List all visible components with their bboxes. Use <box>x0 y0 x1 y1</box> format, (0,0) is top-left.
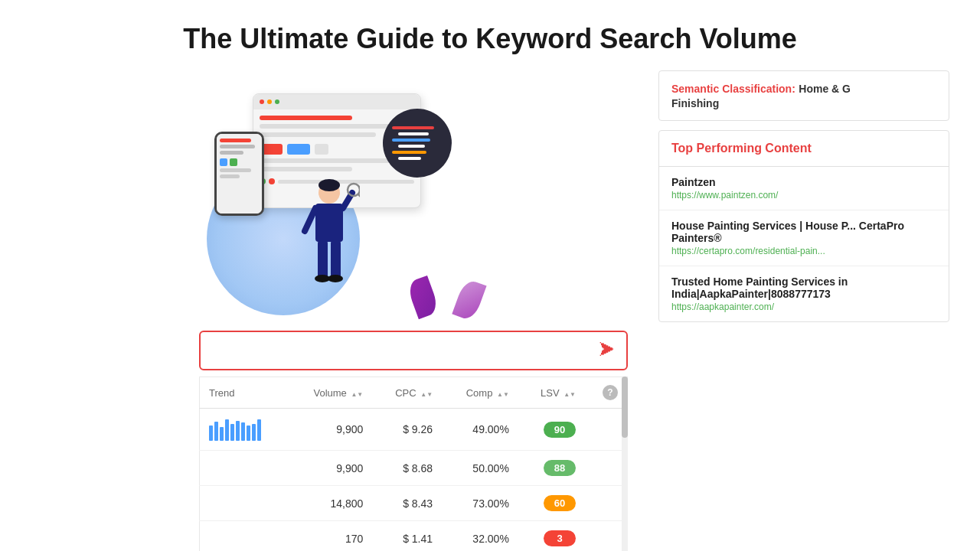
phone-screen <box>217 134 262 214</box>
phone-mockup <box>214 132 264 216</box>
content-item: Trusted Home Painting Services in India|… <box>659 266 949 321</box>
browser-line-5 <box>260 167 352 171</box>
phone-line-1 <box>220 139 251 142</box>
content-item: House Painting Services | House P... Cer… <box>659 210 949 266</box>
trend-bar <box>257 419 261 441</box>
comp-cell: 50.00% <box>442 451 518 486</box>
trend-cell <box>200 409 288 451</box>
browser-dot-green <box>275 99 279 104</box>
leaves-decoration <box>418 277 467 315</box>
cpc-sort-icon: ▲▼ <box>420 392 433 398</box>
phone-line-4 <box>220 168 251 172</box>
lsv-badge: 88 <box>544 460 576 476</box>
comp-sort-icon: ▲▼ <box>497 392 509 398</box>
trend-bar <box>220 427 224 441</box>
col-header-trend: Trend <box>200 377 288 409</box>
trend-cell <box>200 451 288 486</box>
leaf-1 <box>406 276 440 319</box>
svg-point-10 <box>328 275 343 282</box>
trend-bar <box>247 425 250 441</box>
top-content-title: Top Performing Content <box>671 142 812 155</box>
lsv-cell: 3 <box>518 521 585 552</box>
trend-bar <box>230 424 234 441</box>
semantic-sub: Finishing <box>671 97 936 109</box>
lsv-cell: 88 <box>518 451 585 486</box>
browser-line-3 <box>260 132 376 137</box>
illustration <box>199 70 475 331</box>
table-row: 9,900$ 8.6850.00%88 <box>200 451 628 486</box>
table-wrapper: Trend Volume ▲▼ CPC ▲▼ Comp ▲▼ LSV ▲▼ ? … <box>199 377 628 551</box>
comp-cell: 32.00% <box>442 521 518 552</box>
svg-rect-7 <box>318 240 328 279</box>
lsv-sort-icon: ▲▼ <box>564 392 576 398</box>
cpc-cell: $ 8.68 <box>372 451 442 486</box>
trend-bar <box>236 421 240 441</box>
volume-cell: 9,900 <box>288 409 373 451</box>
svg-line-3 <box>305 208 315 231</box>
svg-rect-2 <box>315 204 343 242</box>
person-figure <box>299 178 360 300</box>
content-items-container: Paintzenhttps://www.paintzen.com/House P… <box>659 167 949 321</box>
content-item-title: Trusted Home Painting Services in India|… <box>671 276 936 300</box>
page-title: The Ultimate Guide to Keyword Search Vol… <box>183 0 797 70</box>
col-header-lsv[interactable]: LSV ▲▼ <box>518 377 585 409</box>
col-header-volume[interactable]: Volume ▲▼ <box>288 377 373 409</box>
search-arrow-icon: ⮞ <box>599 341 616 360</box>
help-icon[interactable]: ? <box>603 385 618 400</box>
keyword-table-area: ⮞ Trend Volume ▲▼ CPC ▲▼ Comp ▲▼ LSV ▲▼ … <box>199 331 628 551</box>
content-item-url[interactable]: https://certapro.com/residential-pain... <box>671 246 936 256</box>
volume-cell: 14,800 <box>288 486 373 521</box>
lsv-cell: 60 <box>518 486 585 521</box>
phone-line-3 <box>220 151 243 155</box>
browser-line-2 <box>260 124 399 129</box>
cpc-cell: $ 8.43 <box>372 486 442 521</box>
trend-bar <box>252 424 256 441</box>
comp-cell: 49.00% <box>442 409 518 451</box>
semantic-label: Semantic Classification: <box>671 83 795 95</box>
scrollbar-track[interactable] <box>622 377 628 551</box>
search-bar[interactable]: ⮞ <box>199 331 628 370</box>
phone-line-2 <box>220 145 255 148</box>
content-item-title: House Painting Services | House P... Cer… <box>671 220 936 244</box>
right-panel: Semantic Classification: Home & G Finish… <box>658 70 949 551</box>
lsv-cell: 90 <box>518 409 585 451</box>
code-circle <box>383 109 452 178</box>
trend-bar <box>225 419 229 441</box>
trend-bar <box>209 425 213 441</box>
content-item: Paintzenhttps://www.paintzen.com/ <box>659 167 949 210</box>
phone-line-5 <box>220 174 240 178</box>
trend-bar <box>214 422 218 441</box>
col-header-cpc[interactable]: CPC ▲▼ <box>372 377 442 409</box>
content-item-url[interactable]: https://www.paintzen.com/ <box>671 190 936 201</box>
table-row: 9,900$ 9.2649.00%90 <box>200 409 628 451</box>
trend-cell <box>200 486 288 521</box>
svg-line-6 <box>358 194 360 199</box>
content-item-url[interactable]: https://aapkapainter.com/ <box>671 302 936 312</box>
volume-sort-icon: ▲▼ <box>351 392 363 398</box>
top-performing-content-panel: Top Performing Content Paintzenhttps://w… <box>658 130 949 322</box>
comp-cell: 73.00% <box>442 486 518 521</box>
browser-top-bar <box>253 94 420 109</box>
volume-cell: 170 <box>288 521 373 552</box>
lsv-badge: 3 <box>544 530 576 546</box>
trend-bar <box>241 422 245 441</box>
svg-rect-8 <box>331 240 341 279</box>
table-row: 170$ 1.4132.00%3 <box>200 521 628 552</box>
lsv-badge: 90 <box>544 422 576 438</box>
cpc-cell: $ 9.26 <box>372 409 442 451</box>
browser-line-1 <box>260 116 352 120</box>
browser-dot-red <box>260 99 264 104</box>
semantic-value: Home & G <box>799 83 851 95</box>
semantic-classification-panel: Semantic Classification: Home & G Finish… <box>658 70 949 121</box>
top-content-header: Top Performing Content <box>659 131 949 167</box>
svg-point-1 <box>318 179 340 191</box>
content-item-title: Paintzen <box>671 176 936 188</box>
col-header-comp[interactable]: Comp ▲▼ <box>442 377 518 409</box>
leaf-2 <box>452 278 486 321</box>
volume-cell: 9,900 <box>288 451 373 486</box>
trend-cell <box>200 521 288 552</box>
browser-dot-yellow <box>267 99 272 104</box>
scrollbar-thumb[interactable] <box>622 377 628 438</box>
cpc-cell: $ 1.41 <box>372 521 442 552</box>
lsv-badge: 60 <box>544 495 576 511</box>
